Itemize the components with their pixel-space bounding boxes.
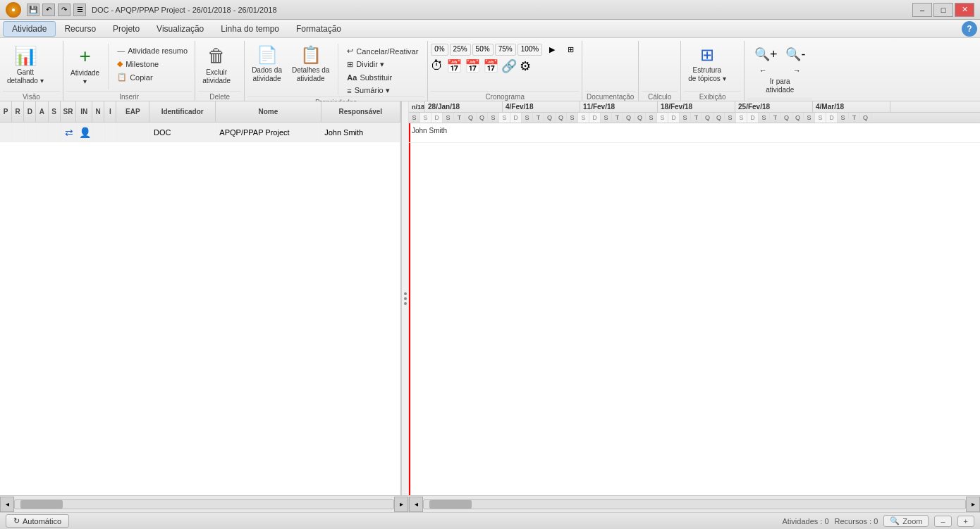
cancelar-label: Cancelar/Reativar xyxy=(356,47,418,56)
atividade-resumo-button[interactable]: — Atividade resumo xyxy=(113,45,192,56)
undo-icon[interactable]: ↶ xyxy=(42,4,55,16)
ribbon-section-visao: 📊 Ganttdetalhado ▾ Visão xyxy=(0,41,63,101)
ribbon: 📊 Ganttdetalhado ▾ Visão + Atividade▾ — … xyxy=(0,38,980,101)
scroll-left-button[interactable]: ◂ xyxy=(0,497,14,512)
day-cell: S xyxy=(522,113,533,123)
zoom-25-button[interactable]: 25% xyxy=(450,44,471,56)
grid-icon: ⊞ xyxy=(568,45,574,54)
day-cell: S xyxy=(409,113,420,123)
minimize-button[interactable]: – xyxy=(912,3,932,17)
day-cell: D xyxy=(668,113,680,123)
day-cell: S xyxy=(443,113,454,123)
scroll-timeline-right-button[interactable]: ▸ xyxy=(966,497,980,512)
gantt-detalhado-button[interactable]: 📊 Ganttdetalhado ▾ xyxy=(3,42,48,88)
table-row[interactable]: ⇄ 👤 DOC APQP/PPAP Project John Smith xyxy=(0,123,400,142)
cronograma-label: Cronograma xyxy=(431,91,579,101)
close-button[interactable]: ✕ xyxy=(955,3,974,17)
excluir-button[interactable]: 🗑 Excluiratividade xyxy=(198,42,235,88)
play-button[interactable]: ▶ xyxy=(544,44,561,56)
cal1-icon: 📅 xyxy=(446,58,462,74)
menu-atividade[interactable]: Atividade xyxy=(3,21,56,37)
scroll-track-right[interactable] xyxy=(423,499,966,509)
day-cell: S xyxy=(759,113,770,123)
panel-resize-handle[interactable] xyxy=(402,101,409,495)
sr-icon: ⇄ xyxy=(65,127,73,138)
zoom-status-button[interactable]: 🔍 Zoom xyxy=(883,515,929,527)
cell-s xyxy=(49,123,61,142)
zoom-out-ribbon-button[interactable]: 🔍- xyxy=(783,45,808,63)
zoom-minus-icon: – xyxy=(941,517,945,525)
date-nover18: n/18 xyxy=(409,101,425,112)
resumo-label: Atividade resumo xyxy=(128,46,188,55)
status-bar: ↻ Automático Atividades : 0 Recursos : 0… xyxy=(0,512,980,529)
sumario-button[interactable]: ≡ Sumário ▾ xyxy=(343,85,422,97)
zoom-75-button[interactable]: 75% xyxy=(495,44,516,56)
ribbon-section-delete: 🗑 Excluiratividade Delete xyxy=(195,41,245,101)
automatico-label: Automático xyxy=(23,517,61,525)
col-header-a: A xyxy=(36,101,48,122)
dividir-icon: ⊞ xyxy=(347,60,353,69)
menu-linha-tempo[interactable]: Linha do tempo xyxy=(212,22,288,36)
cal2-icon: 📅 xyxy=(465,58,480,74)
milestone-button[interactable]: ◆ Milestone xyxy=(113,58,192,70)
day-cell: S xyxy=(488,113,499,123)
horizontal-scrollbar[interactable]: ◂ ▸ ◂ ▸ xyxy=(0,495,980,512)
cell-n xyxy=(93,123,105,142)
menu-recurso[interactable]: Recurso xyxy=(56,22,104,36)
zoom-50-button[interactable]: 50% xyxy=(472,44,494,56)
zoom-label: Zoom xyxy=(902,517,922,525)
grid-button[interactable]: ⊞ xyxy=(562,44,579,56)
clock-icon: ⏱ xyxy=(431,58,443,74)
scroll-timeline-left-button[interactable]: ◂ xyxy=(409,497,423,512)
scroll-right-button[interactable]: ▸ xyxy=(394,497,408,512)
estrutura-icon: ⊞ xyxy=(700,45,714,65)
day-cell: T xyxy=(612,113,623,123)
dividir-button[interactable]: ⊞ Dividir ▾ xyxy=(343,58,422,70)
day-cell: S xyxy=(601,113,612,123)
menu-formatacao[interactable]: Formatação xyxy=(288,22,350,36)
link2-icon: ⚙ xyxy=(520,58,531,74)
gantt-right-panel: n/18 28/Jan/18 4/Fev/18 11/Fev/18 18/Fev… xyxy=(409,101,980,495)
recursos-status: Recursos : 0 xyxy=(835,517,878,525)
copiar-button[interactable]: 📋 Copiar xyxy=(113,71,192,83)
atividade-button[interactable]: + Atividade▾ xyxy=(66,42,104,89)
forward-button[interactable]: → xyxy=(781,65,812,76)
restore-button[interactable]: □ xyxy=(933,3,953,17)
day-cell: D xyxy=(431,113,443,123)
add-icon: + xyxy=(79,45,90,68)
zoom-icon: 🔍 xyxy=(890,516,900,525)
substituir-button[interactable]: Aa Substituir xyxy=(343,72,422,83)
zoom-in-ribbon-button[interactable]: 🔍+ xyxy=(752,45,780,63)
zoom-100-button[interactable]: 100% xyxy=(517,44,543,56)
app-logo: ● xyxy=(6,2,21,18)
estrutura-button[interactable]: ⊞ Estruturade tópicos ▾ xyxy=(684,42,730,86)
col-header-d: D xyxy=(24,101,36,122)
cal3-icon: 📅 xyxy=(483,58,498,74)
detalhes-atividade-button[interactable]: 📋 Detalhes daatividade xyxy=(288,42,333,86)
zoom-0-button[interactable]: 0% xyxy=(431,44,448,56)
link1-icon: 🔗 xyxy=(501,58,517,74)
day-cell: S xyxy=(736,113,747,123)
play-icon: ▶ xyxy=(549,45,555,54)
col-header-sr: SR xyxy=(61,101,77,122)
col-header-eap: EAP xyxy=(116,101,149,122)
scroll-thumb-left[interactable] xyxy=(20,500,63,509)
day-cell: Q xyxy=(635,113,646,123)
help-button[interactable]: ? xyxy=(962,21,977,37)
save-icon[interactable]: 💾 xyxy=(27,4,39,16)
cancelar-reativar-button[interactable]: ↩ Cancelar/Reativar xyxy=(343,45,422,57)
menu-visualizacao[interactable]: Visualização xyxy=(148,22,212,36)
auto-icon: ↻ xyxy=(13,516,20,525)
redo-icon[interactable]: ↷ xyxy=(58,4,71,16)
menu-projeto[interactable]: Projeto xyxy=(104,22,148,36)
title-bar: ● 💾 ↶ ↷ ☰ DOC - APQP/PPAP Project - 26/0… xyxy=(0,0,980,20)
zoom-minus-button[interactable]: – xyxy=(934,516,951,527)
back-button[interactable]: ← xyxy=(747,65,778,76)
ir-label: Ir paraatividade xyxy=(766,77,794,94)
automatico-button[interactable]: ↻ Automático xyxy=(6,514,69,528)
scroll-thumb-right[interactable] xyxy=(429,500,472,509)
scroll-track-left[interactable] xyxy=(14,499,394,509)
dados-atividade-button[interactable]: 📄 Dados daatividade xyxy=(247,42,286,86)
zoom-plus-button[interactable]: + xyxy=(957,516,974,527)
list-icon[interactable]: ☰ xyxy=(73,4,86,16)
